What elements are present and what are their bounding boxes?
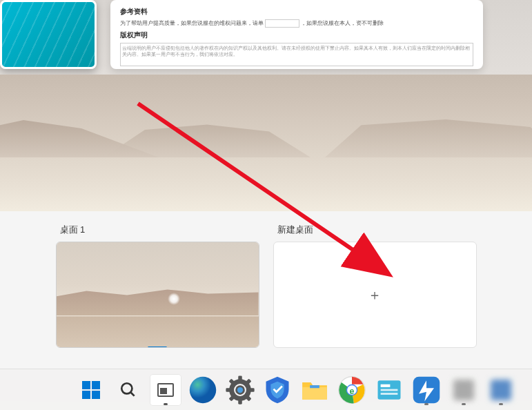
bird-icon — [411, 375, 442, 405]
doc-heading-2: 版权声明 — [120, 30, 473, 40]
chrome-icon: e — [337, 375, 367, 405]
svg-rect-25 — [381, 393, 398, 395]
gear-icon — [225, 375, 255, 405]
doc-heading-1: 参考资料 — [120, 7, 473, 17]
search-icon — [119, 381, 137, 399]
svg-rect-23 — [381, 384, 391, 387]
new-desktop-button[interactable]: ＋ — [273, 242, 477, 348]
task-view-button[interactable] — [150, 375, 181, 405]
blurred-app-2[interactable] — [486, 375, 516, 405]
virtual-desktops-panel: 桌面 1 新建桌面 ＋ — [0, 211, 532, 369]
edge-icon — [188, 375, 218, 405]
plus-icon: ＋ — [368, 286, 382, 304]
windows-icon — [82, 381, 100, 399]
wallpaper-background — [0, 75, 532, 213]
thunder-app-button[interactable] — [411, 375, 442, 405]
window-previews-row: 参考资料 为了帮助用户提高质量，如果您说服在的维权问题来，请单 ，如果您说服在本… — [0, 0, 532, 79]
active-desktop-indicator — [148, 346, 167, 348]
window-preview-app[interactable] — [0, 0, 97, 69]
desktop-1-label: 桌面 1 — [56, 224, 259, 236]
svg-text:e: e — [350, 386, 355, 396]
start-button[interactable] — [76, 375, 106, 405]
settings-button[interactable] — [225, 375, 255, 405]
shield-icon — [262, 375, 293, 405]
svg-rect-17 — [310, 385, 319, 388]
chrome-button[interactable]: e — [337, 375, 367, 405]
file-explorer-button[interactable] — [299, 375, 330, 405]
svg-point-4 — [190, 376, 217, 403]
folder-icon — [299, 375, 330, 405]
news-icon — [374, 375, 404, 405]
svg-point-15 — [237, 387, 243, 392]
edge-button[interactable] — [188, 375, 218, 405]
new-desktop-card: 新建桌面 ＋ — [273, 224, 477, 356]
new-desktop-label: 新建桌面 — [273, 224, 477, 236]
svg-point-2 — [121, 383, 132, 393]
doc-line-1: 为了帮助用户提高质量，如果您说服在的维权问题来，请单 ，如果您说服在本人，资不可… — [120, 19, 473, 28]
doc-input-field[interactable] — [265, 19, 299, 28]
news-button[interactable] — [374, 375, 404, 405]
svg-rect-24 — [381, 389, 398, 391]
blurred-icon-2 — [491, 380, 511, 400]
blurred-app-1[interactable] — [449, 375, 479, 405]
desktop-1-thumbnail[interactable] — [56, 242, 259, 348]
blurred-icon-1 — [453, 380, 474, 400]
search-button[interactable] — [113, 375, 144, 405]
window-preview-document[interactable]: 参考资料 为了帮助用户提高质量，如果您说服在的维权问题来，请单 ，如果您说服在本… — [110, 0, 483, 69]
task-view-icon — [157, 383, 174, 397]
doc-textarea[interactable]: 云端说明的用户不应侵犯包括他人的著作权在内的知识产权以及其他权利。请在未经授权的… — [120, 43, 473, 66]
svg-rect-16 — [302, 387, 327, 399]
security-button[interactable] — [262, 375, 293, 405]
svg-line-3 — [130, 392, 134, 396]
taskbar: e — [0, 369, 532, 410]
desktop-card-1: 桌面 1 — [56, 224, 259, 356]
